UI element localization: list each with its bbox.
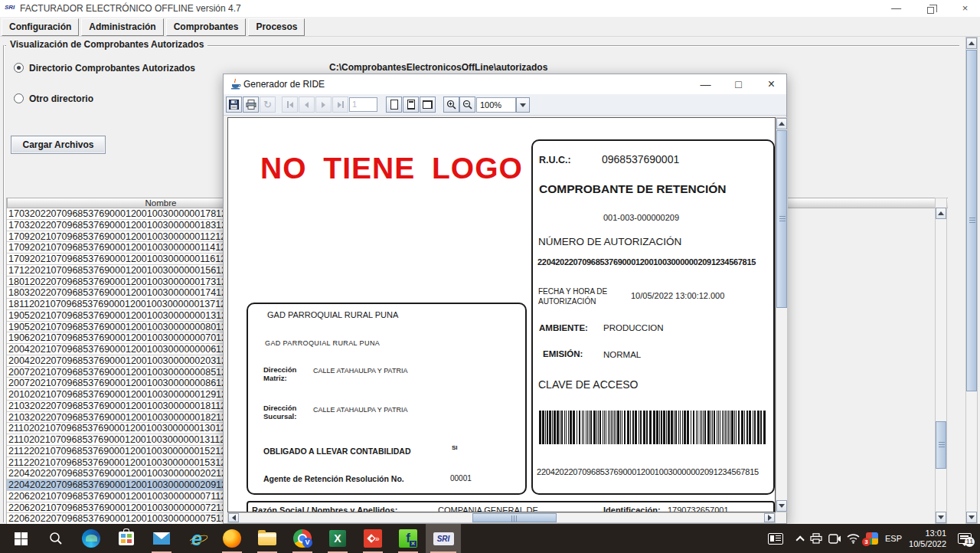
dialog-scroll-right-icon[interactable] — [764, 513, 775, 522]
next-page-button[interactable] — [315, 97, 332, 113]
save-button[interactable] — [226, 97, 242, 113]
dialog-scroll-down-icon[interactable] — [776, 500, 787, 512]
zoom-out-button[interactable] — [459, 97, 475, 113]
prev-page-button[interactable] — [299, 97, 315, 113]
main-window-title: FACTURADOR ELECTRÓNICO OFFLINE versión 4… — [20, 3, 241, 14]
doc-number: 001-003-000000209 — [603, 213, 679, 222]
menu-administracion[interactable]: Administración — [81, 18, 163, 36]
page-number-field[interactable]: 1 — [349, 97, 377, 112]
main-titlebar: SRI FACTURADOR ELECTRÓNICO OFFLINE versi… — [0, 0, 980, 17]
dialog-scroll-thumb[interactable] — [776, 130, 787, 308]
actual-size-button[interactable] — [386, 97, 402, 113]
first-page-button[interactable] — [282, 97, 298, 113]
tray-clock[interactable]: 13:01 10/5/2022 — [903, 528, 946, 549]
taskbar-excel-button[interactable]: X — [320, 524, 355, 553]
taskbar-edge-button[interactable] — [74, 524, 109, 553]
dialog-hscroll-thumb[interactable] — [472, 513, 557, 522]
sri-app-icon: SRI — [433, 532, 454, 545]
buyer-box: Razón Social / Nombres y Apellidos: COMP… — [247, 501, 775, 512]
reload-button[interactable]: ↻ — [260, 97, 276, 113]
auth-date-label: FECHA Y HORA DE AUTORIZACIÓN — [538, 286, 624, 306]
fit-page-button[interactable] — [403, 97, 419, 113]
tray-printer-button[interactable] — [807, 524, 825, 553]
razon-social-label: Razón Social / Nombres y Apellidos: — [252, 506, 397, 512]
close-button[interactable]: × — [948, 0, 980, 17]
taskbar-mail-button[interactable] — [144, 524, 179, 553]
camera-icon — [828, 534, 841, 544]
restore-button[interactable] — [913, 0, 948, 17]
tray-language-button[interactable]: ESP — [882, 524, 905, 553]
zoom-level-combo[interactable]: 100% — [476, 97, 516, 113]
taskbar-facturador-button[interactable]: f✕ — [390, 524, 426, 553]
menu-comprobantes[interactable]: Comprobantes — [166, 18, 247, 36]
taskbar-store-button[interactable] — [109, 524, 144, 553]
company-name-2: GAD PARROQUIAL RURAL PUNA — [265, 339, 380, 347]
barcode — [539, 411, 770, 444]
taskbar: e V X — [0, 524, 980, 553]
dialog-close-button[interactable]: × — [755, 74, 788, 94]
cargar-archivos-button[interactable]: Cargar Archivos — [11, 136, 106, 154]
authorized-path-label: C:\ComprobantesElectronicosOffLine\autor… — [329, 62, 547, 73]
screen: SRI FACTURADOR ELECTRÓNICO OFFLINE versi… — [0, 0, 980, 553]
dialog-maximize-button[interactable]: □ — [722, 74, 755, 94]
tray-notifier-app-button[interactable]: 3 — [862, 524, 882, 553]
taskbar-redapp-button[interactable]: » — [355, 524, 390, 553]
chrome-icon: V — [293, 529, 312, 548]
table-scroll-down-icon[interactable] — [936, 512, 946, 523]
taskbar-explorer-button[interactable] — [250, 524, 285, 553]
frame-vscrollbar[interactable] — [965, 37, 978, 524]
razon-social-value: COMPANIA GENERAL DE — [438, 506, 538, 512]
tray-meetnow-button[interactable] — [825, 524, 844, 553]
minimize-button[interactable]: — — [879, 0, 913, 17]
ruc-label: R.U.C.: — [539, 155, 571, 165]
emision-value: NORMAL — [603, 350, 641, 359]
start-button[interactable] — [3, 524, 38, 553]
document-viewer: NO TIENE LOGO GAD PARROQUIAL RURAL PUNA … — [227, 117, 776, 512]
groupbox-title: Visualización de Comprobantes Autorizado… — [6, 39, 207, 50]
menu-bar: ConfiguraciónAdministraciónComprobantesP… — [0, 17, 980, 37]
taskbar-sri-button[interactable]: SRI — [426, 524, 461, 553]
tray-network-button[interactable] — [844, 524, 862, 553]
radio-directorio-autorizados[interactable] — [14, 63, 24, 73]
dialog-scroll-left-icon[interactable] — [228, 513, 239, 522]
ruc-value: 0968537690001 — [602, 153, 679, 165]
emitter-box: GAD PARROQUIAL RURAL PUNA GAD PARROQUIAL… — [247, 303, 527, 495]
taskbar-chrome-button[interactable]: V — [285, 524, 320, 553]
frame-scroll-down-icon[interactable] — [966, 512, 977, 523]
dialog-title: Generador de RIDE — [243, 79, 325, 90]
tray-expand-button[interactable] — [790, 524, 807, 553]
table-scroll-up-icon[interactable] — [936, 208, 946, 219]
fit-width-button[interactable] — [420, 97, 436, 113]
taskbar-search-button[interactable] — [38, 524, 74, 553]
ambiente-label: AMBIENTE: — [539, 323, 588, 332]
menu-configuracion[interactable]: Configuración — [2, 18, 79, 36]
colored-app-icon: 3 — [866, 532, 878, 545]
radio-otro-directorio[interactable] — [14, 93, 24, 103]
table-vscrollbar[interactable] — [935, 198, 947, 524]
frame-scroll-thumb[interactable] — [966, 50, 977, 391]
menu-procesos[interactable]: Procesos — [248, 18, 305, 36]
page-icon — [390, 100, 398, 110]
obligado-value: SI — [452, 444, 458, 451]
sri-logo-icon: SRI — [5, 4, 15, 11]
taskbar-firefox-button[interactable] — [214, 524, 250, 553]
facturador-icon: f✕ — [399, 529, 417, 548]
dialog-vscrollbar[interactable] — [776, 117, 788, 512]
dialog-scroll-up-icon[interactable] — [776, 118, 787, 129]
store-icon — [119, 532, 134, 545]
print-button[interactable] — [243, 97, 259, 113]
emision-label: EMISIÓN: — [543, 349, 583, 358]
zoom-combo-arrow[interactable] — [516, 97, 530, 113]
tray-notifications-button[interactable]: 11 — [949, 524, 980, 553]
dialog-hscrollbar[interactable] — [227, 512, 776, 523]
tray-news-button[interactable] — [762, 524, 789, 553]
frame-scroll-up-icon[interactable] — [966, 38, 977, 49]
taskbar-ie-button[interactable]: e — [179, 524, 214, 553]
last-page-button[interactable] — [332, 97, 348, 113]
dialog-minimize-button[interactable]: — — [689, 74, 722, 94]
internet-explorer-icon: e — [191, 529, 202, 548]
ride-dialog: Generador de RIDE — □ × — [223, 74, 787, 524]
table-scroll-thumb[interactable] — [936, 421, 946, 469]
obligado-label: OBLIGADO A LLEVAR CONTABILIDAD — [263, 447, 411, 456]
zoom-in-button[interactable] — [443, 97, 459, 113]
